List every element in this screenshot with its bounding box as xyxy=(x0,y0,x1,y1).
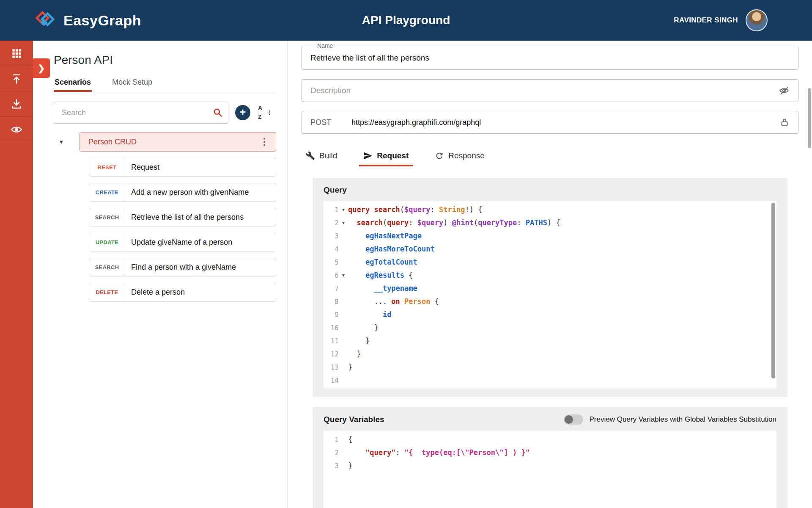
search-icon[interactable] xyxy=(212,107,223,118)
upload-icon xyxy=(11,73,22,85)
wrench-icon xyxy=(306,151,315,160)
scenario-badge: CREATE xyxy=(90,183,124,201)
line-number: 2 xyxy=(324,446,339,459)
fold-caret-icon[interactable]: ▾ xyxy=(339,203,348,216)
scenario-row[interactable]: SEARCHRetrieve the list of all the perso… xyxy=(90,208,276,226)
line-number: 8 xyxy=(324,295,339,308)
code-line-text: egTotalCount xyxy=(348,256,417,269)
line-number: 1 xyxy=(324,433,339,446)
editor-scrollbar[interactable] xyxy=(771,203,775,378)
tab-request[interactable]: Request xyxy=(359,148,413,166)
tab-response[interactable]: Response xyxy=(431,148,489,166)
line-number: 13 xyxy=(324,361,339,374)
easygraph-logo-icon xyxy=(33,8,57,32)
scenario-row[interactable]: SEARCHFind a person with a giveName xyxy=(90,258,276,276)
scenario-row[interactable]: RESETRequest xyxy=(90,158,276,177)
app-name: EasyGraph xyxy=(63,12,141,29)
sort-az-button[interactable]: A Z ↓ xyxy=(257,105,272,121)
scenario-label: Delete a person xyxy=(124,283,192,301)
scenario-badge: RESET xyxy=(90,158,124,176)
code-line-text: egResults { xyxy=(348,269,413,282)
code-line-text: __typename xyxy=(348,282,417,295)
scenario-row[interactable]: CREATEAdd a new person with givenName xyxy=(90,183,276,202)
user-name: RAVINDER SINGH xyxy=(674,16,738,25)
code-line-text: egHasNextPage xyxy=(348,229,422,243)
person-crud-group[interactable]: Person CRUD ⋮ xyxy=(80,132,276,152)
send-icon xyxy=(363,151,373,160)
app-logo[interactable]: EasyGraph xyxy=(33,8,141,32)
line-number: 3 xyxy=(324,459,339,472)
fold-caret-icon xyxy=(339,282,348,295)
sidebar-tabs: Scenarios Mock Setup xyxy=(54,78,276,92)
tab-scenarios[interactable]: Scenarios xyxy=(54,78,92,92)
description-input[interactable] xyxy=(310,86,779,95)
line-number: 14 xyxy=(324,374,339,387)
left-icon-rail xyxy=(0,41,33,508)
line-number: 2 xyxy=(324,216,339,229)
fold-caret-icon xyxy=(339,374,348,387)
scenario-label: Request xyxy=(124,158,166,176)
lock-icon[interactable] xyxy=(779,117,790,127)
description-field[interactable] xyxy=(302,79,798,102)
line-number: 3 xyxy=(324,229,339,243)
http-method: POST xyxy=(310,118,331,127)
scenario-row[interactable]: DELETEDelete a person xyxy=(90,283,276,301)
avatar[interactable] xyxy=(746,9,768,31)
line-number: 12 xyxy=(324,348,339,361)
fold-caret-icon xyxy=(339,321,348,334)
fold-caret-icon xyxy=(339,308,348,321)
query-editor[interactable]: 1▾query search($query: String!) {2▾ sear… xyxy=(324,201,776,389)
scenario-label: Find a person with a giveName xyxy=(124,258,243,276)
name-field[interactable]: Name Retrieve the list of all the person… xyxy=(302,46,798,70)
fold-caret-icon xyxy=(339,256,348,269)
collapse-caret-icon[interactable]: ▼ xyxy=(54,139,69,145)
variables-substitution-toggle[interactable] xyxy=(564,414,583,425)
endpoint-url: https://easygraph.graphifi.com/graphql xyxy=(351,118,481,127)
query-panel-title: Query xyxy=(324,185,347,195)
line-number: 7 xyxy=(324,282,339,295)
code-line-text: } xyxy=(348,334,370,348)
code-line-text: ... on Person { xyxy=(348,295,439,308)
tab-mock-setup[interactable]: Mock Setup xyxy=(111,78,153,92)
fold-caret-icon xyxy=(339,295,348,308)
variables-editor[interactable]: 1{2 "query": "{ type(eq:[\"Person\"] ) }… xyxy=(324,431,776,508)
add-scenario-button[interactable]: + xyxy=(235,105,250,120)
code-line-text: } xyxy=(348,459,352,472)
name-field-value: Retrieve the list of all the persons xyxy=(310,46,429,69)
scenario-badge: SEARCH xyxy=(90,208,124,226)
scenario-badge: UPDATE xyxy=(90,233,124,251)
endpoint-row[interactable]: POST https://easygraph.graphifi.com/grap… xyxy=(302,111,798,134)
apps-grid-button[interactable] xyxy=(0,41,33,66)
description-preview-icon[interactable] xyxy=(779,85,790,96)
code-line-text: egHasMoreToCount xyxy=(348,243,435,256)
toggle-knob xyxy=(565,415,573,424)
code-line-text: "query": "{ type(eq:[\"Person\"] ) }" xyxy=(348,446,530,459)
group-label: Person CRUD xyxy=(88,138,137,146)
query-panel: Query 1▾query search($query: String!) {2… xyxy=(313,178,787,397)
fold-caret-icon xyxy=(339,334,348,348)
fold-caret-icon xyxy=(339,229,348,243)
download-button[interactable] xyxy=(0,91,33,117)
line-number: 11 xyxy=(324,334,339,348)
line-number: 1 xyxy=(324,203,339,216)
fold-caret-icon[interactable]: ▾ xyxy=(339,216,348,229)
scenario-row[interactable]: UPDATEUpdate giveName of a person xyxy=(90,233,276,251)
code-line-text: } xyxy=(348,361,352,374)
fold-caret-icon xyxy=(339,446,348,459)
page-scrollbar[interactable] xyxy=(808,88,811,148)
sort-arrow-icon: ↓ xyxy=(267,107,272,117)
upload-button[interactable] xyxy=(0,66,33,91)
query-editor-lines: 1▾query search($query: String!) {2▾ sear… xyxy=(324,203,771,387)
expand-panel-button[interactable]: ❯ xyxy=(33,58,50,78)
visibility-button[interactable] xyxy=(0,117,33,142)
fold-caret-icon xyxy=(339,243,348,256)
code-line-text: search(query: $query) @hint(queryType: P… xyxy=(348,216,560,229)
search-input[interactable] xyxy=(54,102,228,124)
kebab-menu-icon[interactable]: ⋮ xyxy=(258,136,271,147)
eye-icon xyxy=(11,124,22,135)
top-bar: EasyGraph API Playground RAVINDER SINGH xyxy=(0,0,812,41)
fold-caret-icon xyxy=(339,361,348,374)
fold-caret-icon[interactable]: ▾ xyxy=(339,269,348,282)
fold-caret-icon xyxy=(339,459,348,472)
tab-build[interactable]: Build xyxy=(302,148,341,166)
